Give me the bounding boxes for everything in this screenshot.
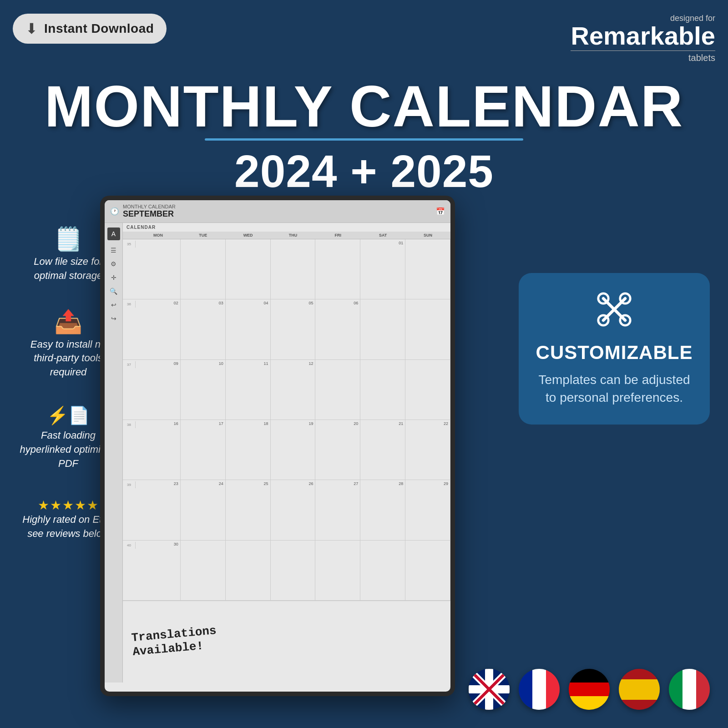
customizable-title: CUSTOMIZABLE bbox=[535, 342, 694, 364]
week-num-39: 39 bbox=[123, 481, 136, 488]
cal-side-menu-icon: ☰ bbox=[111, 247, 116, 254]
list-item: 17 bbox=[181, 420, 226, 480]
calendar-toolbar: 🕐 MONTHLY CALENDAR SEPTEMBER 📅 bbox=[105, 200, 450, 223]
list-item: 23 bbox=[136, 480, 181, 540]
list-item bbox=[226, 541, 271, 600]
svg-line-10 bbox=[469, 669, 510, 710]
cal-body: A ☰ ⚙ ✛ 🔍 ↩ ↪ CALENDAR MON bbox=[105, 223, 450, 682]
calendar-view-icon: 📅 bbox=[436, 207, 445, 215]
tablets-text: tablets bbox=[571, 51, 715, 63]
list-item: 18 bbox=[226, 420, 271, 480]
list-item: 09 bbox=[136, 360, 181, 420]
week-header-empty bbox=[123, 232, 136, 239]
list-item bbox=[315, 239, 360, 299]
list-item bbox=[405, 239, 450, 299]
list-item bbox=[226, 239, 271, 299]
list-item: 10 bbox=[181, 360, 226, 420]
title-line1: MONTHLY CALENDAR bbox=[0, 77, 728, 136]
day-thu: THU bbox=[271, 232, 316, 239]
instant-download-label: Instant Download bbox=[44, 21, 154, 36]
flag-uk bbox=[469, 669, 510, 710]
table-row: 36 02 03 04 05 06 bbox=[123, 299, 450, 359]
cal-side-undo-icon: ↩ bbox=[111, 301, 116, 308]
flag-germany bbox=[569, 669, 610, 710]
list-item: 26 bbox=[271, 480, 316, 540]
day-wed: WED bbox=[226, 232, 271, 239]
list-item: 20 bbox=[315, 420, 360, 480]
day-fri: FRI bbox=[315, 232, 360, 239]
list-item bbox=[405, 541, 450, 600]
cal-grid: MON TUE WED THU FRI SAT SUN 35 bbox=[123, 232, 450, 601]
list-item: 05 bbox=[271, 299, 316, 359]
list-item: 11 bbox=[226, 360, 271, 420]
svg-rect-6 bbox=[469, 669, 510, 710]
customizable-description: Templates can be adjusted to personal pr… bbox=[538, 373, 690, 404]
day-tue: TUE bbox=[181, 232, 226, 239]
cal-side-toolbar: A ☰ ⚙ ✛ 🔍 ↩ ↪ bbox=[105, 223, 123, 682]
cloud-download-icon: ⬇ bbox=[25, 20, 38, 37]
list-item: 27 bbox=[315, 480, 360, 540]
list-item: 16 bbox=[136, 420, 181, 480]
list-item bbox=[360, 541, 405, 600]
table-row: 38 16 17 18 19 20 21 22 bbox=[123, 420, 450, 480]
main-title: MONTHLY CALENDAR 2024 + 2025 bbox=[0, 77, 728, 197]
cal-side-settings-icon: ⚙ bbox=[111, 260, 116, 268]
table-row: 39 23 24 25 26 27 28 29 bbox=[123, 480, 450, 540]
week-num-38: 38 bbox=[123, 421, 136, 428]
flag-france bbox=[519, 669, 560, 710]
week-num-35: 35 bbox=[123, 241, 136, 248]
translations-handwritten: Translations Available! bbox=[131, 624, 218, 659]
list-item bbox=[405, 299, 450, 359]
list-item: 30 bbox=[136, 541, 181, 600]
week-num-40: 40 bbox=[123, 542, 136, 549]
cal-side-search-icon: 🔍 bbox=[110, 288, 117, 295]
cal-clock-icon: 🕐 bbox=[110, 207, 119, 216]
list-item: 28 bbox=[360, 480, 405, 540]
list-item: 01 bbox=[360, 239, 405, 299]
cal-toolbar-right: 📅 bbox=[436, 207, 445, 216]
cal-header-info: MONTHLY CALENDAR SEPTEMBER bbox=[123, 204, 176, 219]
list-item: 02 bbox=[136, 299, 181, 359]
svg-line-7 bbox=[469, 669, 510, 710]
list-item: 03 bbox=[181, 299, 226, 359]
list-item bbox=[315, 360, 360, 420]
device-frame: 🕐 MONTHLY CALENDAR SEPTEMBER 📅 A ☰ ⚙ bbox=[100, 196, 455, 696]
list-item: 22 bbox=[405, 420, 450, 480]
cal-weeks: 35 01 36 02 bbox=[123, 239, 450, 601]
week-num-36: 36 bbox=[123, 301, 136, 308]
cal-main-area: CALENDAR MON TUE WED THU FRI SAT SUN bbox=[123, 223, 450, 682]
svg-line-8 bbox=[469, 669, 510, 710]
list-item bbox=[271, 541, 316, 600]
title-line2: 2024 + 2025 bbox=[0, 145, 728, 197]
list-item: 19 bbox=[271, 420, 316, 480]
translations-area: Translations Available! bbox=[123, 601, 450, 682]
list-item bbox=[405, 360, 450, 420]
list-item: 04 bbox=[226, 299, 271, 359]
list-item: 24 bbox=[181, 480, 226, 540]
list-item: 25 bbox=[226, 480, 271, 540]
list-item: 21 bbox=[360, 420, 405, 480]
list-item: 29 bbox=[405, 480, 450, 540]
brand-name: Remarkable bbox=[571, 23, 715, 49]
day-sat: SAT bbox=[360, 232, 405, 239]
cal-side-letter: A bbox=[107, 228, 120, 240]
list-item bbox=[360, 360, 405, 420]
list-item bbox=[360, 299, 405, 359]
list-item bbox=[136, 239, 181, 299]
instant-download-badge: ⬇ Instant Download bbox=[13, 14, 167, 44]
flag-spain bbox=[619, 669, 660, 710]
list-item: 06 bbox=[315, 299, 360, 359]
week-num-37: 37 bbox=[123, 361, 136, 368]
calendar-month: SEPTEMBER bbox=[123, 209, 176, 219]
feature-easy-install-text: Easy to install no third-party tools req… bbox=[30, 339, 106, 378]
feature-file-size-text: Low file size for optimal storage bbox=[34, 256, 103, 281]
customizable-card: CUSTOMIZABLE Templates can be adjusted t… bbox=[519, 273, 710, 425]
cal-side-redo-icon: ↪ bbox=[111, 315, 116, 322]
table-row: 35 01 bbox=[123, 239, 450, 299]
flag-italy bbox=[669, 669, 710, 710]
cal-section-label: CALENDAR bbox=[123, 223, 450, 232]
list-item: 12 bbox=[271, 360, 316, 420]
list-item bbox=[181, 541, 226, 600]
device-wrapper: 🕐 MONTHLY CALENDAR SEPTEMBER 📅 A ☰ ⚙ bbox=[100, 196, 455, 696]
top-bar: ⬇ Instant Download designed for Remarkab… bbox=[13, 14, 715, 63]
